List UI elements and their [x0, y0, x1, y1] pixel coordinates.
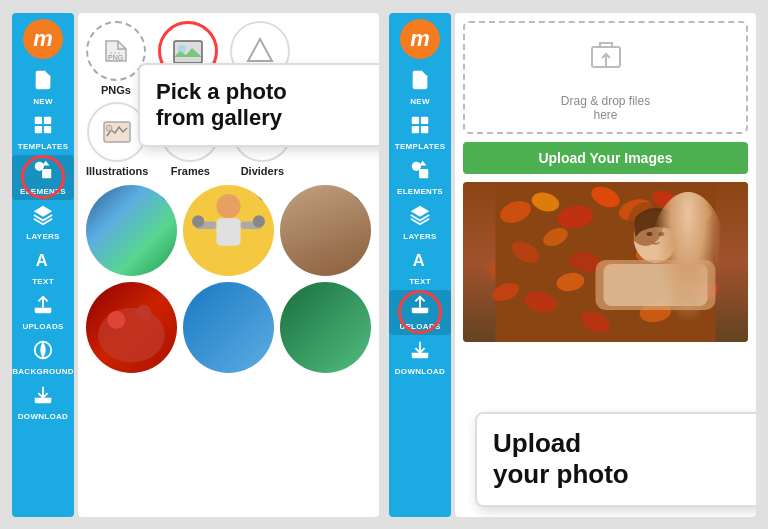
- svg-rect-38: [419, 169, 428, 178]
- info-icon-6[interactable]: i: [355, 284, 369, 298]
- sidebar-item-elements[interactable]: ELEMENTS: [12, 155, 74, 200]
- info-icon-4[interactable]: i: [161, 284, 175, 298]
- sidebar-right-templates[interactable]: TEMPLATES: [389, 110, 451, 155]
- layers-icon-r: [409, 204, 431, 231]
- tooltip-pick-text: Pick a photo from gallery: [156, 79, 379, 132]
- svg-rect-35: [412, 125, 419, 132]
- svg-point-69: [659, 232, 665, 236]
- svg-rect-34: [421, 116, 428, 123]
- svg-marker-16: [248, 39, 272, 61]
- sidebar-right-label-text: TEXT: [409, 277, 431, 286]
- svg-marker-6: [34, 205, 52, 216]
- right-panel: m NEW: [389, 13, 756, 517]
- svg-point-31: [107, 310, 125, 328]
- svg-point-32: [136, 304, 151, 319]
- photo-preview: [463, 182, 748, 342]
- svg-point-28: [192, 215, 204, 227]
- sidebar-label-download: DOWNLOAD: [18, 412, 68, 421]
- background-icon: [32, 339, 54, 366]
- logo-letter: m: [33, 26, 53, 52]
- sidebar-label-text: TEXT: [32, 277, 54, 286]
- frames-label: Frames: [171, 165, 210, 177]
- logo-right[interactable]: m: [400, 19, 440, 59]
- right-sidebar: m NEW: [389, 13, 451, 517]
- sidebar-right-label-download: DOWNLOAD: [395, 367, 445, 376]
- gallery-area: PNG PNGs Photos: [78, 13, 379, 517]
- tooltip-upload-photo: Upload your photo: [475, 412, 756, 506]
- sidebar-label-new: NEW: [33, 97, 53, 106]
- sidebar-item-uploads[interactable]: UPLOADS: [12, 290, 74, 335]
- svg-rect-13: [174, 41, 202, 63]
- templates-icon: [32, 114, 54, 141]
- logo[interactable]: m: [23, 19, 63, 59]
- upload-content: Drag & drop files here Upload Your Image…: [455, 13, 756, 517]
- sidebar-right-label-uploads: UPLOADS: [399, 322, 440, 331]
- svg-rect-5: [42, 169, 51, 178]
- text-icon-r: A: [409, 249, 431, 276]
- sidebar-right-layers[interactable]: LAYERS: [389, 200, 451, 245]
- svg-rect-33: [412, 116, 419, 123]
- left-panel: m NEW: [12, 13, 379, 517]
- templates-icon-r: [409, 114, 431, 141]
- dividers-label: Dividers: [241, 165, 284, 177]
- thumb-1[interactable]: i: [86, 185, 177, 276]
- sidebar-right-new[interactable]: NEW: [389, 65, 451, 110]
- text-icon: A: [32, 249, 54, 276]
- svg-rect-0: [35, 116, 42, 123]
- info-icon-1[interactable]: i: [161, 187, 175, 201]
- info-icon-3[interactable]: i: [355, 187, 369, 201]
- thumb-6[interactable]: i: [280, 282, 371, 373]
- sidebar-item-templates[interactable]: TEMPLATES: [12, 110, 74, 155]
- sidebar-right-label-layers: LAYERS: [403, 232, 437, 241]
- svg-point-14: [178, 45, 186, 53]
- sidebar-right-label-new: NEW: [410, 97, 430, 106]
- sidebar-item-text[interactable]: A TEXT: [12, 245, 74, 290]
- sidebar-label-background: BACKGROUND: [12, 367, 74, 376]
- left-sidebar: m NEW: [12, 13, 74, 517]
- svg-point-60: [663, 254, 697, 278]
- layers-icon: [32, 204, 54, 231]
- sidebar-right-label-elements: ELEMENTS: [397, 187, 443, 196]
- svg-rect-2: [35, 125, 42, 132]
- svg-point-68: [647, 232, 653, 236]
- download-icon: [32, 384, 54, 411]
- thumb-5[interactable]: i: [183, 282, 274, 373]
- drop-zone-text: Drag & drop files here: [561, 80, 650, 122]
- svg-marker-39: [411, 205, 429, 216]
- svg-rect-25: [216, 218, 240, 245]
- thumb-4[interactable]: i: [86, 282, 177, 373]
- sidebar-right-download[interactable]: DOWNLOAD: [389, 335, 451, 380]
- sidebar-right-elements[interactable]: ELEMENTS: [389, 155, 451, 200]
- sidebar-right-text[interactable]: A TEXT: [389, 245, 451, 290]
- drop-zone[interactable]: Drag & drop files here: [463, 21, 748, 134]
- svg-text:A: A: [36, 251, 48, 269]
- illustrations-label: Illustrations: [86, 165, 148, 177]
- svg-text:PNG: PNG: [108, 54, 123, 61]
- svg-rect-3: [44, 125, 51, 132]
- cloud-upload-icon: [588, 39, 624, 76]
- sidebar-item-new[interactable]: NEW: [12, 65, 74, 110]
- sidebar-item-background[interactable]: BACKGROUND: [12, 335, 74, 380]
- download-icon-r: [409, 339, 431, 366]
- sidebar-label-elements: ELEMENTS: [20, 187, 66, 196]
- info-icon-2[interactable]: i: [258, 187, 272, 201]
- thumb-2[interactable]: i: [183, 185, 274, 276]
- sidebar-right-label-templates: TEMPLATES: [395, 142, 446, 151]
- thumb-3[interactable]: i: [280, 185, 371, 276]
- upload-button[interactable]: Upload Your Images: [463, 142, 748, 174]
- pngs-circle: PNG: [86, 21, 146, 81]
- info-icon-5[interactable]: i: [258, 284, 272, 298]
- svg-point-61: [690, 279, 722, 304]
- sidebar-label-layers: LAYERS: [26, 232, 60, 241]
- svg-point-29: [253, 215, 265, 227]
- sidebar-right-uploads[interactable]: UPLOADS: [389, 290, 451, 335]
- elements-icon-r: [409, 159, 431, 186]
- category-pngs[interactable]: PNG PNGs: [86, 21, 146, 96]
- svg-point-51: [679, 202, 713, 225]
- sidebar-item-download[interactable]: DOWNLOAD: [12, 380, 74, 425]
- sidebar-item-layers[interactable]: LAYERS: [12, 200, 74, 245]
- svg-point-18: [106, 125, 112, 131]
- tooltip-upload-text: Upload your photo: [493, 428, 748, 490]
- svg-rect-36: [421, 125, 428, 132]
- svg-point-24: [216, 194, 240, 218]
